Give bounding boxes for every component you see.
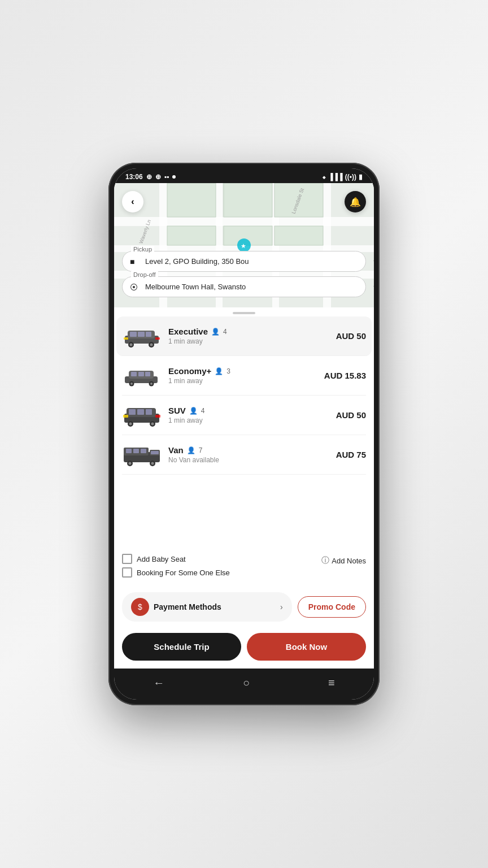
baby-seat-checkbox[interactable] [122, 554, 132, 564]
svg-rect-49 [146, 409, 152, 415]
vehicle-img-executive [122, 323, 162, 349]
status-time: 13:06 [125, 173, 143, 181]
dropoff-label: Drop-off [131, 271, 158, 278]
passenger-count-economy-plus: 3 [226, 367, 230, 375]
svg-rect-28 [138, 332, 145, 337]
svg-point-66 [151, 462, 154, 465]
schedule-trip-button[interactable]: Schedule Trip [122, 633, 241, 661]
location-fields: Pickup ■ Level 2, GPO Building, 350 Bou … [122, 251, 366, 302]
nav-menu-button[interactable]: ≡ [317, 674, 346, 692]
dot-indicator [172, 175, 176, 179]
vehicle-name-row-van: Van 👤 7 [168, 445, 336, 455]
pickup-label: Pickup [131, 246, 154, 253]
status-icons: ⬥ ▐▐▐ ((•)) ▮ [322, 173, 363, 181]
vehicle-item-economy-plus[interactable]: Economy+ 👤 3 1 min away AUD 15.83 [122, 356, 366, 396]
back-button[interactable]: ‹ [122, 191, 143, 212]
svg-point-53 [151, 423, 154, 426]
vehicle-name-economy-plus: Economy+ [168, 366, 211, 376]
vehicle-name-row-economy-plus: Economy+ 👤 3 [168, 366, 324, 376]
vehicle-eta-economy-plus: 1 min away [168, 377, 324, 385]
svg-rect-62 [151, 451, 159, 454]
status-time-area: 13:06 ⊕ ⊕ ▪▪ [125, 173, 176, 181]
nav-back-button[interactable]: ← [142, 674, 176, 692]
phone-screen: 13:06 ⊕ ⊕ ▪▪ ⬥ ▐▐▐ ((•)) ▮ [114, 168, 374, 700]
signal-icon: ▐▐▐ [328, 173, 343, 181]
back-icon: ‹ [131, 197, 134, 207]
svg-rect-10 [224, 183, 272, 217]
svg-rect-39 [138, 372, 144, 376]
vehicle-name-row-executive: Executive 👤 4 [168, 327, 336, 336]
vehicle-item-van[interactable]: Van 👤 7 No Van available AUD 75 [122, 435, 366, 475]
extras-section: Add Baby Seat ⓘ Add Notes Booking For So… [114, 548, 374, 587]
pickup-value: Level 2, GPO Building, 350 Bou [145, 257, 249, 266]
svg-point-42 [130, 383, 133, 385]
vehicle-img-suv [122, 402, 162, 428]
svg-point-64 [129, 462, 132, 465]
svg-rect-55 [155, 415, 160, 418]
add-notes-button[interactable]: ⓘ Add Notes [321, 555, 366, 566]
vehicle-info-van: Van 👤 7 No Van available [162, 445, 336, 464]
passenger-icon-economy-plus: 👤 [215, 367, 223, 375]
status-bar: 13:06 ⊕ ⊕ ▪▪ ⬥ ▐▐▐ ((•)) ▮ [114, 168, 374, 183]
nav-bar: ← ○ ≡ [114, 669, 374, 700]
svg-point-31 [130, 344, 133, 346]
vehicle-info-economy-plus: Economy+ 👤 3 1 min away [162, 366, 324, 385]
pickup-icon: ■ [130, 257, 134, 266]
settings-icon: ⊕ [155, 173, 161, 181]
svg-rect-27 [130, 332, 137, 337]
drag-handle [114, 307, 374, 316]
vehicle-price-economy-plus: AUD 15.83 [324, 371, 366, 380]
svg-rect-34 [124, 337, 128, 340]
svg-rect-8 [167, 183, 216, 217]
pickup-input[interactable]: ■ Level 2, GPO Building, 350 Bou [122, 251, 366, 272]
pickup-star-icon[interactable]: ★ [373, 255, 374, 268]
passenger-icon-suv: 👤 [189, 407, 198, 415]
svg-rect-60 [133, 449, 139, 453]
vehicle-eta-van: No Van available [168, 456, 336, 464]
dropoff-star-icon[interactable]: ★ [373, 281, 374, 293]
app-content: Lonsdale St Waverly Ln ★ ‹ [114, 183, 374, 669]
svg-rect-48 [137, 409, 144, 415]
baby-seat-row: Add Baby Seat [122, 554, 186, 564]
dropoff-value: Melbourne Town Hall, Swansto [145, 283, 246, 291]
payment-methods-label: Payment Methods [154, 602, 276, 611]
booking-other-checkbox[interactable] [122, 567, 132, 578]
vehicle-item-suv[interactable]: SUV 👤 4 1 min away AUD 50 [122, 396, 366, 435]
passenger-icon-van: 👤 [187, 446, 195, 454]
dropoff-input[interactable]: ⦿ Melbourne Town Hall, Swansto [122, 276, 366, 297]
location-icon: ⊕ [146, 173, 152, 181]
info-icon: ⓘ [321, 555, 329, 566]
dropoff-icon: ⦿ [130, 283, 138, 292]
chevron-right-icon: › [280, 602, 283, 611]
booking-other-label: Booking For Some One Else [137, 568, 230, 577]
svg-point-51 [129, 423, 132, 426]
extras-row-1: Add Baby Seat ⓘ Add Notes [122, 554, 366, 567]
notification-button[interactable]: 🔔 [345, 191, 366, 212]
svg-text:★: ★ [241, 242, 246, 249]
bottom-buttons: Schedule Trip Book Now [114, 627, 374, 669]
vehicle-name-suv: SUV [168, 406, 186, 415]
vehicle-name-executive: Executive [168, 327, 208, 336]
svg-rect-35 [155, 337, 160, 340]
svg-point-44 [150, 383, 152, 385]
passenger-count-executive: 4 [223, 328, 227, 336]
baby-seat-label: Add Baby Seat [137, 555, 186, 563]
promo-code-button[interactable]: Promo Code [298, 596, 366, 618]
vehicle-img-van [122, 442, 162, 467]
nav-home-button[interactable]: ○ [232, 674, 261, 692]
vehicle-name-row-suv: SUV 👤 4 [168, 406, 336, 415]
phone-frame: 13:06 ⊕ ⊕ ▪▪ ⬥ ▐▐▐ ((•)) ▮ [108, 163, 380, 705]
svg-rect-29 [146, 332, 151, 337]
payment-methods-button[interactable]: $ Payment Methods › [122, 592, 292, 622]
vehicle-name-van: Van [168, 445, 184, 455]
vehicle-list: Executive 👤 4 1 min away AUD 50 [114, 316, 374, 548]
svg-rect-13 [274, 226, 323, 245]
svg-rect-61 [141, 449, 146, 453]
svg-rect-59 [126, 449, 132, 453]
vehicle-info-suv: SUV 👤 4 1 min away [162, 406, 336, 424]
vehicle-eta-executive: 1 min away [168, 337, 336, 345]
square-icon: ▪▪ [164, 173, 169, 181]
vehicle-item-executive[interactable]: Executive 👤 4 1 min away AUD 50 [116, 316, 372, 356]
book-now-button[interactable]: Book Now [247, 633, 366, 661]
svg-rect-54 [123, 415, 128, 418]
